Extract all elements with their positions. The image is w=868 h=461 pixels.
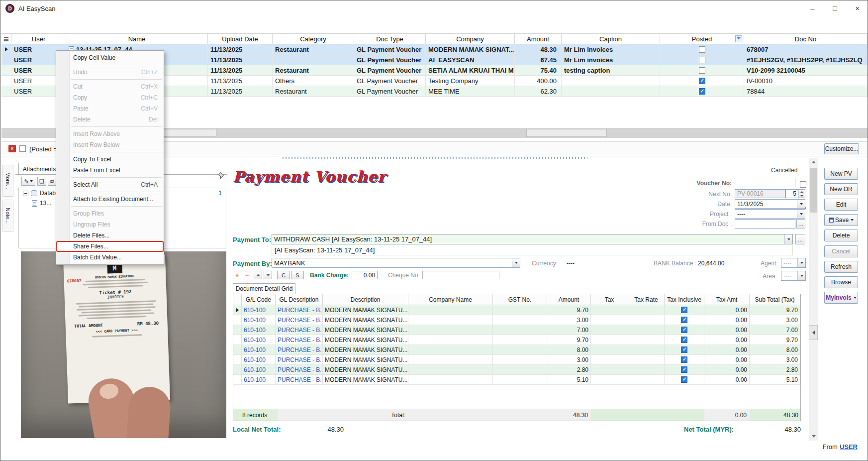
spin-up-icon[interactable]	[799, 190, 805, 194]
column-header-tax[interactable]: Tax	[591, 294, 628, 305]
minimize-button[interactable]: –	[801, 0, 824, 16]
menu-item-copy-to-excel[interactable]: Copy To Excel	[56, 154, 164, 165]
chevron-down-icon[interactable]	[797, 258, 805, 267]
detail-row[interactable]: 610-100 PURCHASE - B... MODERN MAMAK SIG…	[233, 325, 800, 335]
collapse-icon[interactable]	[23, 191, 28, 196]
posted-checkbox[interactable]	[699, 46, 705, 53]
payment-by-select[interactable]: MAYBANK	[272, 258, 520, 268]
filter-icon[interactable]	[735, 35, 742, 42]
cancel-button[interactable]: Cancel	[824, 245, 858, 257]
collapse-panel-icon[interactable]	[809, 325, 818, 340]
menu-item-insert-row-below[interactable]: Insert Row Below	[56, 139, 164, 150]
menu-item-select-all[interactable]: Select AllCtrl+A	[56, 179, 164, 190]
chevron-down-icon[interactable]	[797, 200, 805, 208]
menu-item-copy-cell-value[interactable]: Copy Cell Value	[56, 52, 164, 63]
column-header-company-name[interactable]: Company Name	[408, 294, 493, 305]
filter-enabled-checkbox[interactable]	[19, 145, 26, 152]
menu-item-insert-row-above[interactable]: Insert Row Above	[56, 128, 164, 139]
edit-attachment-icon[interactable]: ✎	[21, 177, 35, 186]
chevron-down-icon[interactable]	[854, 297, 857, 299]
tax-inclusive-checkbox[interactable]	[681, 307, 687, 313]
column-header-upload-date[interactable]: Upload Date	[208, 34, 273, 44]
customize-button[interactable]: Customize...	[824, 143, 859, 154]
bank-charge-input[interactable]: 0.00	[352, 271, 378, 279]
chevron-down-icon[interactable]	[851, 219, 854, 221]
splitter-handle[interactable]	[283, 157, 587, 159]
from-doc-input[interactable]	[735, 219, 795, 229]
new-pv-button[interactable]: New PV	[824, 168, 858, 180]
chevron-down-icon[interactable]	[512, 258, 520, 267]
date-picker[interactable]: 11/3/2025	[735, 199, 805, 209]
posted-checkbox[interactable]	[699, 88, 705, 95]
menu-item-batch-edit-value[interactable]: Batch Edit Value...	[56, 252, 164, 263]
detail-row[interactable]: 610-100 PURCHASE - B... MODERN MAMAK SIG…	[233, 365, 800, 375]
spin-down-icon[interactable]	[799, 194, 805, 198]
detail-row[interactable]: 610-100 PURCHASE - B... MODERN MAMAK SIG…	[233, 335, 800, 345]
detail-row[interactable]: 610-100 PURCHASE - B... MODERN MAMAK SIG…	[233, 305, 800, 315]
column-header-gl-description[interactable]: GL Description	[276, 294, 323, 305]
column-header-posted[interactable]: Posted	[660, 34, 744, 44]
menu-item-delete[interactable]: DeleteDel	[56, 114, 164, 125]
column-header-tax-amt[interactable]: Tax Amt	[704, 294, 750, 305]
delete-button[interactable]: Delete	[824, 230, 858, 241]
tax-inclusive-checkbox[interactable]	[681, 317, 687, 323]
column-header-doc-type[interactable]: Doc Type	[354, 34, 426, 44]
s-button[interactable]: S	[291, 271, 304, 279]
scrollbar-thumb[interactable]	[526, 129, 607, 137]
more-side-tab[interactable]: More...	[2, 165, 13, 197]
column-header-user[interactable]: User	[11, 34, 66, 44]
edit-button[interactable]: Edit	[824, 199, 858, 211]
menu-item-cut[interactable]: CutCtrl+X	[56, 81, 164, 92]
column-header-tax-rate[interactable]: Tax Rate	[628, 294, 665, 305]
pin-icon[interactable]	[217, 172, 224, 179]
cancelled-checkbox[interactable]	[800, 181, 806, 188]
myinvois-button[interactable]: MyInvois	[824, 292, 858, 304]
column-header-tax-inclusive[interactable]: Tax Inclusive	[665, 294, 704, 305]
project-select[interactable]: ----	[735, 209, 805, 219]
column-header-category[interactable]: Category	[273, 34, 354, 44]
menu-item-undo[interactable]: UndoCtrl+Z	[56, 67, 164, 78]
vertical-scrollbar[interactable]	[809, 158, 818, 441]
move-down-icon[interactable]	[264, 271, 272, 279]
tab-attachments[interactable]: Attachments	[18, 163, 60, 175]
remove-row-icon[interactable]: −	[243, 271, 251, 279]
scrollbar-thumb[interactable]	[810, 168, 817, 213]
column-header-amount[interactable]: Amount	[515, 34, 562, 44]
chevron-down-icon[interactable]	[797, 271, 805, 280]
detail-row[interactable]: 610-100 PURCHASE - B... MODERN MAMAK SIG…	[233, 315, 800, 325]
clear-filter-icon[interactable]: ×	[8, 145, 16, 152]
voucher-no-input[interactable]	[735, 178, 795, 187]
detail-row[interactable]: 610-100 PURCHASE - B... MODERN MAMAK SIG…	[233, 375, 800, 385]
menu-item-share-files[interactable]: Share Files...	[56, 241, 164, 252]
agent-select[interactable]: ----	[781, 258, 806, 268]
tax-inclusive-checkbox[interactable]	[681, 327, 687, 333]
tax-inclusive-checkbox[interactable]	[681, 366, 687, 373]
menu-item-attach-to-existing-document[interactable]: Attach to Existing Document...	[56, 194, 164, 205]
maximize-button[interactable]: □	[824, 0, 846, 16]
column-header-gl-code[interactable]: G/L Code	[242, 294, 276, 305]
attachment-preview-image[interactable]: 678007 M MODERN MAMAK SIGNATURE Ticket #…	[21, 251, 226, 438]
column-header-description[interactable]: Description	[323, 294, 408, 305]
chevron-down-icon[interactable]	[784, 234, 792, 244]
column-header-doc-no[interactable]: Doc No	[744, 34, 868, 44]
bank-charge-label[interactable]: Bank Charge:	[310, 272, 349, 279]
cheque-no-input[interactable]	[422, 271, 499, 279]
payment-to-browse-button[interactable]: …	[795, 234, 805, 244]
browse-button[interactable]: Browse	[824, 276, 858, 288]
scroll-up-icon[interactable]	[810, 158, 818, 166]
tax-inclusive-checkbox[interactable]	[681, 356, 687, 363]
payment-to-select[interactable]: WITHDRAW CASH [AI EasyScan: 13-11-25 17_…	[272, 234, 793, 244]
tax-inclusive-checkbox[interactable]	[681, 346, 687, 353]
from-doc-browse-button[interactable]: …	[796, 219, 805, 229]
menu-item-group-files[interactable]: Group Files	[56, 208, 164, 219]
chevron-down-icon[interactable]	[797, 210, 805, 218]
posted-checkbox[interactable]	[699, 57, 705, 63]
close-button[interactable]: ×	[846, 0, 868, 16]
attachment-tool-icon[interactable]: ❏	[37, 177, 46, 186]
next-no-stepper[interactable]: 5	[785, 189, 805, 198]
menu-item-paste-from-excel[interactable]: Paste From Excel	[56, 165, 164, 176]
user-link[interactable]: USER	[840, 443, 858, 451]
tax-inclusive-checkbox[interactable]	[681, 376, 687, 383]
menu-item-copy[interactable]: CopyCtrl+C	[56, 92, 164, 103]
detail-row[interactable]: 610-100 PURCHASE - B... MODERN MAMAK SIG…	[233, 345, 800, 355]
